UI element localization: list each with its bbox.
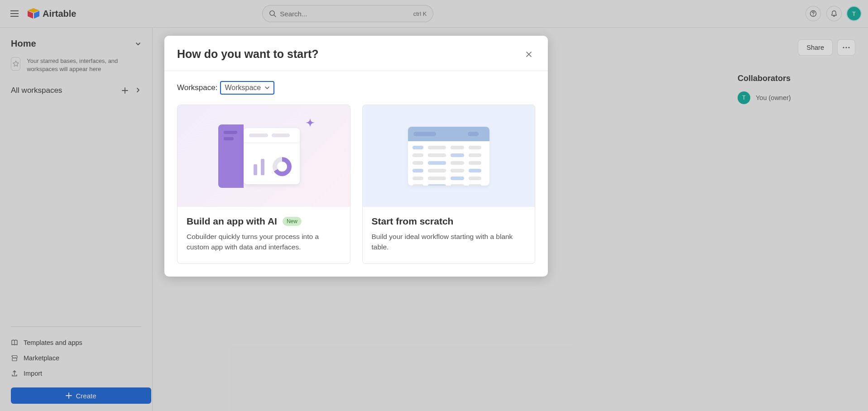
notifications-button[interactable] [826,6,842,21]
book-icon [11,339,18,346]
create-button[interactable]: Create [11,387,151,404]
collaborator-row: T You (owner) [738,91,855,104]
starred-empty-state: Your starred bases, interfaces, and work… [11,57,141,73]
all-workspaces-label: All workspaces [11,86,62,95]
create-modal: How do you want to start? Workspace: Wor… [164,36,548,277]
workspace-value: Workspace [225,84,261,92]
chevron-down-icon [135,41,141,47]
modal-close-button[interactable] [523,48,535,61]
svg-point-2 [813,15,814,16]
create-label: Create [76,392,96,400]
bell-icon [830,10,838,17]
shop-icon [11,354,18,362]
search-shortcut: ctrl K [413,10,427,17]
more-button[interactable] [837,39,855,56]
star-placeholder [11,57,20,71]
card-title: Start from scratch [372,216,454,227]
plus-icon [66,392,72,399]
collaborator-avatar: T [738,91,750,104]
help-button[interactable] [806,6,821,21]
sidebar-link-label: Templates and apps [24,339,82,346]
workspace-select[interactable]: Workspace [220,81,274,95]
sidebar-link-label: Marketplace [24,354,59,362]
search-placeholder: Search... [280,10,413,18]
card-art-scratch [363,105,535,207]
collaborators-title: Collaborators [738,74,855,83]
sidebar: Home Your starred bases, interfaces, and… [0,28,153,411]
star-icon [12,60,19,67]
search-icon [269,10,276,17]
collaborator-name: You (owner) [756,94,791,101]
option-card-ai[interactable]: Build an app with AI New Cobuilder quick… [177,105,350,264]
svg-point-4 [845,47,847,48]
sidebar-link-templates[interactable]: Templates and apps [11,335,141,350]
plus-icon[interactable] [121,87,129,94]
option-card-scratch[interactable]: Start from scratch Build your ideal work… [362,105,536,264]
chevron-down-icon [264,85,270,91]
card-desc: Cobuilder quickly turns your process int… [187,231,341,253]
hamburger-icon [10,10,19,17]
user-avatar[interactable]: T [847,7,861,20]
search-input[interactable]: Search... ctrl K [262,5,433,22]
help-icon [810,10,817,17]
sidebar-all-workspaces[interactable]: All workspaces [11,86,141,95]
brand-logo[interactable]: Airtable [27,8,76,19]
upload-icon [11,370,18,377]
sidebar-divider [11,326,141,327]
svg-point-3 [843,47,844,48]
dots-icon [843,47,850,48]
topbar-actions: T [806,6,861,21]
card-art-ai [177,105,350,207]
airtable-logo-icon [27,8,40,19]
new-badge: New [283,217,302,226]
collab-initial: T [742,95,745,101]
share-label: Share [806,44,824,51]
sidebar-link-marketplace[interactable]: Marketplace [11,350,141,366]
share-button[interactable]: Share [798,39,833,56]
menu-toggle-button[interactable] [7,6,22,21]
sparkle-icon [302,117,319,134]
close-icon [525,51,532,58]
sidebar-home-header[interactable]: Home [11,38,141,49]
avatar-initial: T [852,10,856,17]
sidebar-link-label: Import [24,370,42,377]
workspace-label: Workspace: [177,83,217,92]
chevron-right-icon[interactable] [135,87,141,93]
topbar: Airtable Search... ctrl K T [0,0,868,28]
sidebar-home-title: Home [11,38,36,49]
sidebar-link-import[interactable]: Import [11,366,141,381]
brand-name: Airtable [43,9,76,19]
card-desc: Build your ideal workflow starting with … [372,231,526,253]
svg-point-5 [848,47,849,48]
modal-title: How do you want to start? [177,48,319,61]
starred-hint-text: Your starred bases, interfaces, and work… [27,57,141,73]
card-title: Build an app with AI [187,216,277,227]
